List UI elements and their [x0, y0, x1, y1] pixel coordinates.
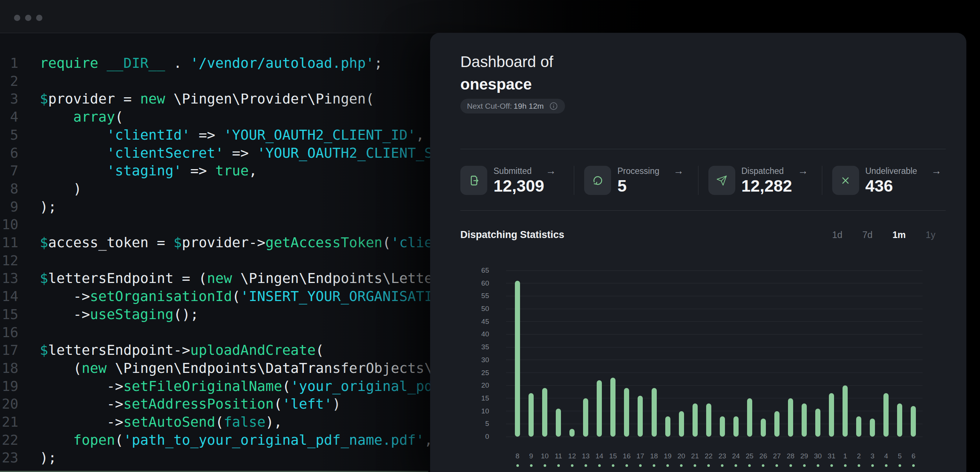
stat-text: Undeliverable→436 — [865, 166, 942, 195]
x-axis-dot — [667, 464, 669, 467]
window-control-dot[interactable] — [25, 15, 31, 21]
line-number: 10 — [0, 216, 18, 234]
chart-bar[interactable] — [815, 408, 821, 437]
range-button-7d[interactable]: 7d — [862, 230, 873, 240]
chart-bar[interactable] — [528, 393, 534, 437]
line-number: 14 — [0, 288, 18, 305]
chart-bar[interactable] — [515, 281, 520, 437]
x-axis-dot — [516, 464, 519, 467]
code-text — [18, 324, 48, 342]
chart-bar[interactable] — [556, 408, 561, 437]
code-text: 'staging' => true, — [18, 162, 257, 180]
stat-icon-box — [460, 166, 487, 195]
gridline — [506, 270, 923, 271]
line-number: 18 — [0, 359, 18, 377]
chart-bar[interactable] — [597, 380, 602, 437]
dashboard-title-prefix: Dashboard of — [460, 51, 553, 73]
x-axis-dot — [803, 464, 806, 467]
stat-card-undeliverable[interactable]: Undeliverable→436 — [822, 166, 946, 195]
y-axis-label: 35 — [430, 343, 489, 351]
x-axis-label: 6 — [905, 452, 921, 461]
chart-bar[interactable] — [692, 404, 698, 437]
chart-bar[interactable] — [720, 416, 725, 437]
stat-card-processing[interactable]: Processing→5 — [574, 166, 698, 195]
chart-section-title: Dispatching Statistics — [460, 229, 564, 241]
y-axis-label: 5 — [430, 419, 489, 428]
chart-bar[interactable] — [665, 416, 670, 437]
gridline — [506, 437, 923, 437]
time-range-selector: 1d7d1m1y — [832, 230, 946, 240]
x-axis-dot — [844, 464, 846, 467]
chart-bar[interactable] — [733, 416, 738, 437]
y-axis-label: 55 — [430, 291, 489, 300]
x-axis-dot — [735, 464, 737, 467]
chart-bar[interactable] — [870, 419, 875, 437]
x-axis-dot — [557, 464, 560, 467]
refresh-icon — [591, 173, 605, 188]
arrow-right-icon: → — [546, 166, 556, 176]
chart-bar[interactable] — [774, 411, 780, 437]
x-axis-dot — [748, 464, 751, 467]
range-button-1y[interactable]: 1y — [926, 230, 935, 240]
stat-card-dispatched[interactable]: Dispatched→12,282 — [698, 166, 822, 195]
x-axis-dot — [721, 464, 724, 467]
chart-bar[interactable] — [570, 429, 574, 437]
code-text: ); — [18, 449, 56, 467]
chart-bar[interactable] — [747, 398, 752, 437]
line-number: 15 — [0, 305, 18, 324]
chart-bar[interactable] — [802, 404, 807, 437]
chart-bar[interactable] — [843, 385, 848, 437]
info-icon — [549, 101, 558, 111]
line-number: 5 — [0, 126, 18, 144]
chart-bar[interactable] — [652, 388, 657, 437]
chart-bar[interactable] — [829, 393, 834, 437]
line-number: 12 — [0, 252, 18, 270]
x-axis-dot — [584, 464, 587, 467]
x-axis-dot — [762, 464, 764, 467]
stat-label: Submitted — [493, 166, 532, 176]
cutoff-badge[interactable]: Next Cut-Off: 19h 12m — [460, 99, 565, 113]
gridline — [506, 385, 923, 386]
stat-card-submitted[interactable]: Submitted→12,309 — [460, 166, 574, 195]
x-axis-dot — [912, 464, 915, 467]
y-axis-label: 65 — [430, 266, 489, 275]
chart-bar[interactable] — [788, 398, 793, 437]
range-button-1d[interactable]: 1d — [832, 230, 843, 240]
line-number: 2 — [0, 72, 18, 90]
chart-bar[interactable] — [610, 378, 616, 437]
x-axis-dot — [612, 464, 614, 467]
chart-bar[interactable] — [583, 398, 588, 437]
arrow-right-icon: → — [673, 166, 684, 176]
chart-bar[interactable] — [761, 419, 766, 437]
code-text: array( — [18, 108, 124, 126]
chart-bar[interactable] — [679, 411, 684, 437]
y-axis-label: 25 — [430, 369, 489, 377]
x-axis-dot — [598, 464, 601, 467]
chart-bar[interactable] — [624, 388, 629, 437]
chart-bar[interactable] — [542, 388, 547, 437]
line-number: 3 — [0, 90, 18, 108]
code-text — [18, 216, 48, 234]
chart-bar[interactable] — [883, 393, 889, 437]
window-control-dot[interactable] — [36, 15, 42, 21]
line-number: 9 — [0, 198, 18, 216]
window-control-dot[interactable] — [14, 15, 20, 21]
chart-bar[interactable] — [897, 404, 902, 437]
gridline — [506, 347, 923, 348]
gridline — [506, 283, 923, 283]
chart-bar[interactable] — [706, 404, 711, 437]
code-text: $lettersEndpoint->uploadAndCreate( — [18, 341, 324, 359]
gridline — [506, 398, 923, 398]
x-axis-dot — [544, 464, 546, 467]
range-button-1m[interactable]: 1m — [892, 230, 905, 240]
chart-bar[interactable] — [911, 406, 916, 437]
chart-bar[interactable] — [638, 396, 643, 437]
gridline — [506, 296, 923, 296]
y-axis-label: 0 — [430, 432, 489, 441]
line-number: 8 — [0, 180, 18, 198]
x-axis-dot — [571, 464, 573, 467]
chart-bar[interactable] — [856, 416, 861, 437]
gridline — [506, 321, 923, 322]
x-axis-dot — [871, 464, 874, 467]
arrow-right-icon: → — [931, 166, 941, 176]
